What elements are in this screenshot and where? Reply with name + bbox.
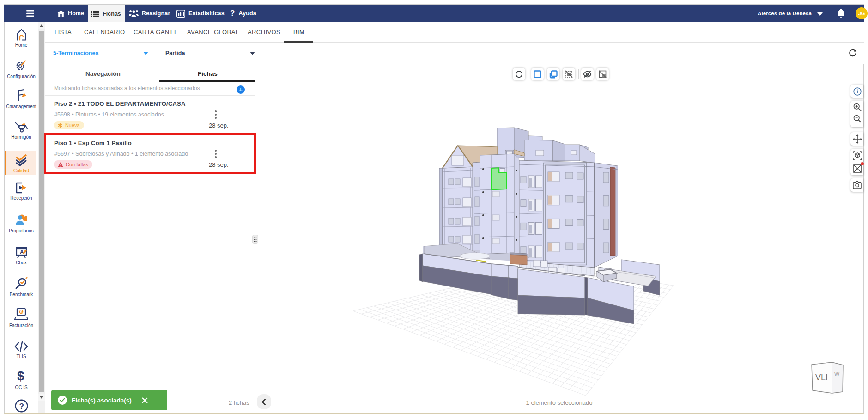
svg-text:$: $	[20, 310, 23, 314]
svg-text:$: $	[17, 369, 24, 383]
svg-text:?: ?	[19, 402, 24, 411]
svg-text:W: W	[834, 371, 840, 377]
svg-text:VLI: VLI	[815, 373, 828, 382]
svg-text:A: A	[20, 249, 24, 256]
